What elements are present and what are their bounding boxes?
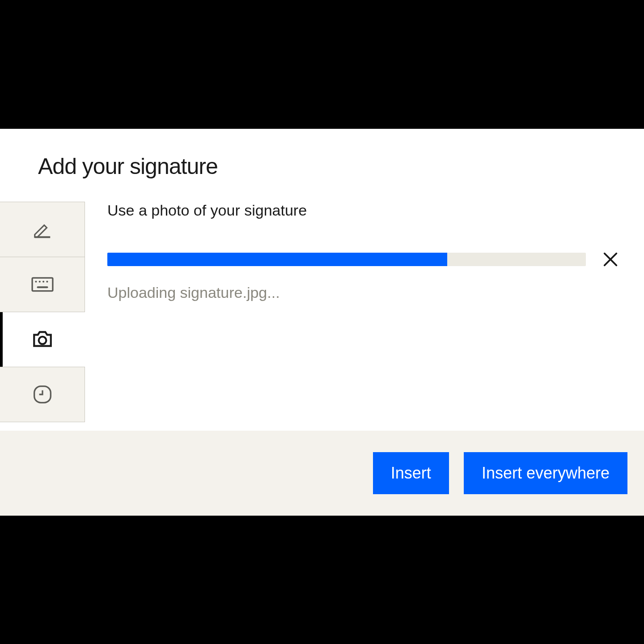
- side-tabs: [0, 202, 85, 431]
- keyboard-icon: [31, 276, 54, 292]
- dialog-footer: Insert Insert everywhere: [0, 431, 644, 516]
- camera-icon: [31, 330, 54, 349]
- cancel-upload-button[interactable]: [602, 250, 619, 268]
- insert-button[interactable]: Insert: [373, 452, 449, 494]
- upload-status-text: Uploading signature.jpg...: [107, 284, 619, 301]
- svg-point-6: [39, 336, 47, 344]
- panel-subtitle: Use a photo of your signature: [107, 202, 619, 219]
- main-panel: Use a photo of your signature Uploading …: [85, 202, 644, 431]
- dialog-title: Add your signature: [0, 129, 644, 179]
- insert-everywhere-button[interactable]: Insert everywhere: [464, 452, 627, 494]
- close-icon: [602, 250, 619, 268]
- tab-recent[interactable]: [0, 367, 85, 422]
- tab-draw[interactable]: [0, 202, 85, 257]
- upload-progress-fill: [107, 253, 447, 266]
- tab-type[interactable]: [0, 257, 85, 312]
- signature-dialog: Add your signature: [0, 129, 644, 516]
- dialog-body: Use a photo of your signature Uploading …: [0, 202, 644, 431]
- upload-row: [107, 250, 619, 268]
- clock-icon: [33, 385, 52, 404]
- tab-photo[interactable]: [0, 312, 85, 367]
- upload-progress: [107, 253, 586, 266]
- svg-rect-0: [32, 278, 53, 291]
- pencil-icon: [32, 219, 53, 240]
